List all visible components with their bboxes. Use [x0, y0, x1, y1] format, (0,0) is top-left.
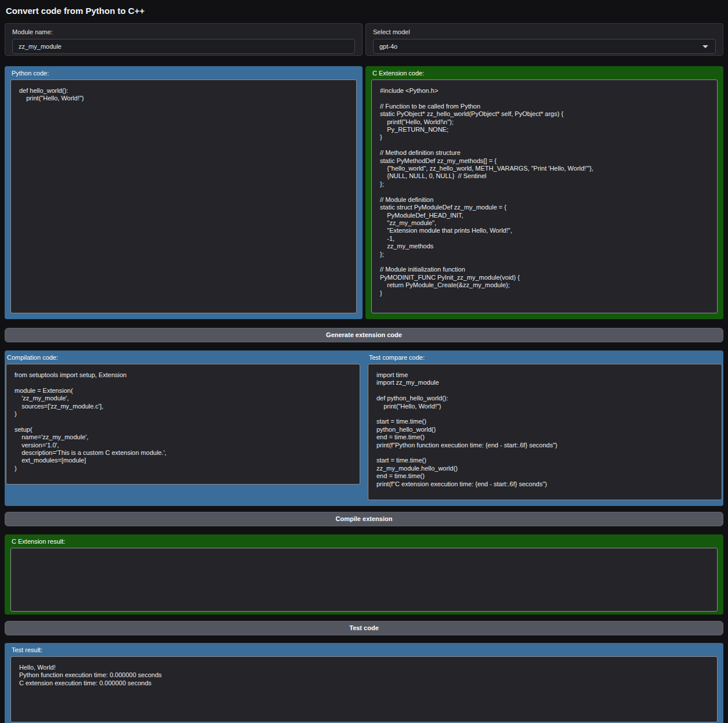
c-extension-result-output[interactable]	[10, 548, 718, 612]
generate-extension-code-button[interactable]: Generate extension code	[5, 328, 723, 342]
c-extension-code-panel: C Extension code: #include <Python.h> //…	[365, 66, 723, 319]
test-compare-code-column: Test compare code: import time import zz…	[368, 350, 722, 500]
form-row: Module name: Select model gpt-4o	[5, 23, 723, 56]
module-name-panel: Module name:	[5, 23, 363, 56]
compilation-code-label: Compilation code:	[6, 350, 360, 364]
test-result-panel: Test result: Hello, World! Python functi…	[5, 643, 723, 723]
module-name-label: Module name:	[12, 28, 355, 35]
python-code-label: Python code:	[10, 66, 357, 79]
test-result-output[interactable]: Hello, World! Python function execution …	[10, 656, 718, 722]
page-title: Convert code from Python to C++	[6, 6, 723, 16]
model-select-panel: Select model gpt-4o	[365, 23, 723, 56]
model-select-label: Select model	[373, 28, 716, 35]
python-code-editor[interactable]: def hello_world(): print("Hello, World!"…	[10, 79, 357, 313]
test-compare-code-label: Test compare code:	[368, 350, 722, 364]
compilation-code-editor[interactable]: from setuptools import setup, Extension …	[6, 364, 360, 485]
chevron-down-icon	[702, 45, 708, 48]
c-extension-result-label: C Extension result:	[10, 534, 718, 548]
test-code-button[interactable]: Test code	[5, 621, 723, 635]
python-code-panel: Python code: def hello_world(): print("H…	[5, 66, 363, 319]
compilation-test-panel: Compilation code: from setuptools import…	[5, 350, 723, 506]
test-result-label: Test result:	[10, 643, 718, 656]
c-extension-result-panel: C Extension result:	[5, 534, 723, 614]
model-select-dropdown[interactable]: gpt-4o	[373, 39, 716, 54]
compile-extension-button[interactable]: Compile extension	[5, 512, 723, 526]
code-row: Python code: def hello_world(): print("H…	[5, 66, 723, 319]
module-name-input[interactable]	[12, 39, 355, 54]
compilation-code-column: Compilation code: from setuptools import…	[6, 350, 360, 485]
c-extension-code-label: C Extension code:	[371, 66, 718, 79]
model-select-value: gpt-4o	[379, 43, 397, 50]
test-compare-code-editor[interactable]: import time import zz_my_module def pyth…	[368, 364, 722, 500]
c-extension-code-editor[interactable]: #include <Python.h> // Function to be ca…	[371, 79, 718, 313]
